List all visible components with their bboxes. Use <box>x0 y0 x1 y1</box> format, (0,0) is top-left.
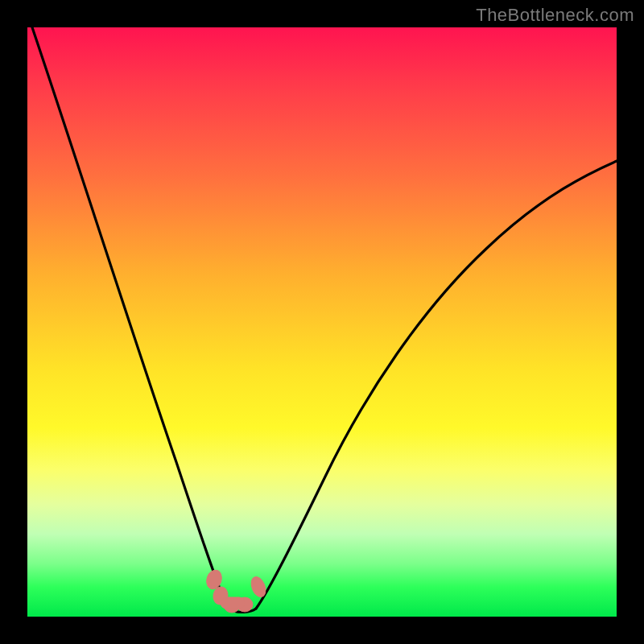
chart-curve-layer <box>27 27 617 617</box>
watermark-text: TheBottleneck.com <box>476 5 634 26</box>
chart-frame: TheBottleneck.com <box>0 0 644 644</box>
marker-dot <box>221 597 245 609</box>
curve-right-branch <box>256 161 617 609</box>
curve-left-branch <box>32 27 233 611</box>
